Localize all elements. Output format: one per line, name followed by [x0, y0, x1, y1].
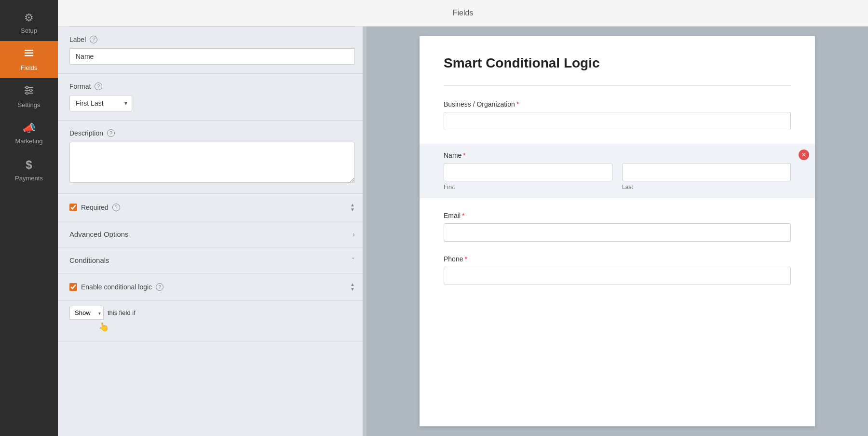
svg-point-6: [26, 86, 28, 89]
last-name-subfield: Last: [622, 163, 791, 191]
business-field-group: Business / Organization *: [444, 100, 791, 130]
page-title: Fields: [453, 9, 474, 17]
phone-field-label: Phone *: [444, 255, 791, 263]
this-field-if-text: this field if: [108, 309, 136, 316]
sidebar-item-label: Payments: [15, 175, 43, 182]
field-editor-panel: Label ? Format ? First Last Last First: [58, 27, 366, 436]
show-field-row: Show Hide this field if: [69, 306, 355, 320]
email-input[interactable]: [444, 223, 791, 242]
svg-rect-0: [25, 50, 33, 51]
form-divider: [444, 85, 791, 86]
panels: Label ? Format ? First Last Last First: [58, 27, 868, 436]
format-field-title: Format: [69, 82, 91, 90]
sidebar-item-label: Marketing: [15, 137, 42, 145]
sidebar-item-label: Setup: [21, 27, 37, 34]
email-field-group: Email *: [444, 212, 791, 242]
form-title: Smart Conditional Logic: [444, 55, 791, 71]
format-select-wrapper: First Last Last First First Only: [69, 95, 132, 111]
description-help-icon[interactable]: ?: [107, 129, 115, 137]
advanced-options-expand-icon: ›: [353, 231, 355, 238]
label-field-title: Label: [69, 36, 86, 43]
name-required-star: *: [463, 151, 465, 159]
marketing-icon: 📣: [23, 122, 36, 135]
sidebar-item-fields[interactable]: Fields: [0, 41, 58, 78]
main-content: Fields Label ? Format: [58, 0, 868, 436]
settings-icon: [24, 85, 34, 98]
enable-conditional-row: Enable conditional logic ?: [69, 283, 163, 291]
required-label: Required: [81, 204, 108, 211]
sidebar-item-settings[interactable]: Settings: [0, 78, 58, 115]
format-help-icon[interactable]: ?: [95, 82, 102, 90]
payments-icon: $: [26, 158, 32, 172]
svg-rect-1: [25, 53, 33, 54]
form-card: Smart Conditional Logic Business / Organ…: [420, 36, 815, 426]
field-editor-scroll[interactable]: Label ? Format ? First Last Last First: [58, 27, 366, 436]
required-checkbox-row: Required ?: [69, 204, 120, 211]
setup-icon: ⚙: [24, 12, 34, 24]
enable-conditional-section: Enable conditional logic ? ▲ ▼: [58, 273, 366, 301]
svg-point-8: [26, 92, 28, 95]
fields-icon: [24, 48, 34, 61]
first-name-subfield: First: [444, 163, 612, 191]
required-help-icon[interactable]: ?: [112, 204, 120, 211]
conditionals-title: Conditionals: [69, 256, 109, 264]
label-input[interactable]: [69, 48, 355, 65]
sidebar-item-marketing[interactable]: 📣 Marketing: [0, 115, 58, 151]
form-preview-panel: Smart Conditional Logic Business / Organ…: [366, 27, 868, 436]
phone-required-star: *: [464, 255, 467, 263]
label-section: Label ?: [58, 27, 366, 74]
conditional-help-icon[interactable]: ?: [156, 283, 163, 291]
required-section: Required ? ▲ ▼: [58, 194, 366, 221]
enable-conditional-checkbox[interactable]: [69, 283, 77, 291]
advanced-options-section[interactable]: Advanced Options ›: [58, 221, 366, 247]
sidebar-item-label: Fields: [21, 64, 38, 71]
phone-input[interactable]: [444, 267, 791, 285]
svg-point-7: [30, 89, 32, 92]
business-required-star: *: [516, 100, 519, 108]
name-field-label: Name *: [444, 151, 791, 159]
name-field-group: ✕ Name * First Last: [420, 144, 815, 198]
format-section: Format ? First Last Last First First Onl…: [58, 74, 366, 121]
name-field-row: First Last: [444, 163, 791, 191]
required-sort-arrows[interactable]: ▲ ▼: [350, 203, 355, 212]
first-name-label: First: [444, 184, 612, 191]
sidebar-item-label: Settings: [18, 101, 41, 109]
last-name-label: Last: [622, 184, 791, 191]
scrollbar-track[interactable]: [363, 27, 366, 436]
label-help-icon[interactable]: ?: [90, 36, 97, 43]
email-required-star: *: [462, 212, 464, 219]
remove-name-field-button[interactable]: ✕: [799, 150, 809, 160]
description-section: Description ?: [58, 121, 366, 194]
cursor-indicator: 👆: [98, 322, 355, 332]
sidebar-item-setup[interactable]: ⚙ Setup: [0, 5, 58, 41]
cursor-hand-icon: 👆: [97, 321, 109, 333]
conditionals-expand-icon: ˅: [352, 257, 355, 264]
last-name-input[interactable]: [622, 163, 791, 181]
sidebar-item-payments[interactable]: $ Payments: [0, 151, 58, 189]
description-field-title: Description: [69, 129, 103, 137]
show-field-section: Show Hide this field if 👆: [58, 301, 366, 341]
svg-rect-2: [25, 55, 33, 56]
email-field-label: Email *: [444, 212, 791, 219]
phone-field-group: Phone *: [444, 255, 791, 285]
conditional-sort-arrows[interactable]: ▲ ▼: [350, 282, 355, 292]
business-field-label: Business / Organization *: [444, 100, 791, 108]
required-checkbox[interactable]: [69, 204, 77, 211]
advanced-options-title: Advanced Options: [69, 230, 129, 238]
first-name-input[interactable]: [444, 163, 612, 181]
show-select[interactable]: Show Hide: [69, 306, 104, 320]
enable-conditional-label: Enable conditional logic: [81, 283, 152, 291]
conditionals-header[interactable]: Conditionals ˅: [58, 247, 366, 273]
business-input[interactable]: [444, 112, 791, 130]
page-header: Fields: [58, 0, 868, 27]
format-select[interactable]: First Last Last First First Only: [69, 95, 132, 111]
show-select-wrapper: Show Hide: [69, 306, 104, 320]
description-textarea[interactable]: [69, 142, 355, 183]
sidebar: ⚙ Setup Fields Settings 📣 Market: [0, 0, 58, 436]
